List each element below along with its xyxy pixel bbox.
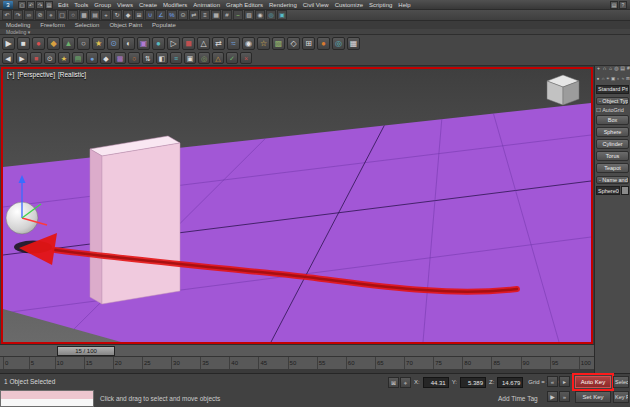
menu-item[interactable]: Edit bbox=[58, 2, 68, 8]
custom-toolbar-icon[interactable]: ⊙ bbox=[107, 37, 120, 50]
custom-toolbar-icon[interactable]: △ bbox=[197, 37, 210, 50]
custom-toolbar-icon[interactable]: ■ bbox=[30, 52, 42, 64]
menu-item[interactable]: Animation bbox=[193, 2, 220, 8]
timeline-tick[interactable]: 5 bbox=[29, 357, 34, 369]
timeline-tick[interactable]: 15 bbox=[84, 357, 93, 369]
main-toolbar-icon[interactable]: ○ bbox=[68, 10, 78, 20]
status-toggle-icon[interactable]: ⌖ bbox=[400, 377, 411, 388]
selected-dropdown[interactable]: Selected bbox=[613, 376, 629, 388]
custom-toolbar-icon[interactable]: ◧ bbox=[156, 52, 168, 64]
auto-key-button[interactable]: Auto Key bbox=[575, 376, 611, 388]
main-toolbar-icon[interactable]: ▧ bbox=[244, 10, 254, 20]
custom-toolbar-icon[interactable]: ≡ bbox=[170, 52, 182, 64]
custom-toolbar-icon[interactable]: ◀ bbox=[2, 52, 14, 64]
menu-item[interactable]: Modifiers bbox=[163, 2, 187, 8]
viewport-label-menu[interactable]: [Realistic] bbox=[58, 71, 86, 78]
listener-pane[interactable] bbox=[1, 399, 93, 406]
primitive-button[interactable]: Teapot bbox=[596, 163, 629, 173]
custom-toolbar-icon[interactable]: ◎ bbox=[332, 37, 345, 50]
menubar-right-icon[interactable]: ? bbox=[619, 1, 627, 9]
custom-toolbar-icon[interactable]: ◉ bbox=[242, 37, 255, 50]
timeline-tick[interactable]: 45 bbox=[258, 357, 267, 369]
viewport-canvas[interactable] bbox=[3, 69, 591, 342]
set-key-button[interactable]: Set Key bbox=[575, 391, 611, 403]
custom-toolbar-icon[interactable]: ▩ bbox=[114, 52, 126, 64]
main-toolbar-icon[interactable]: ▩ bbox=[79, 10, 89, 20]
custom-toolbar-icon[interactable]: ◎ bbox=[198, 52, 210, 64]
main-toolbar-icon[interactable]: % bbox=[167, 10, 177, 20]
object-type-rollout[interactable]: - Object Type bbox=[596, 97, 629, 105]
primitive-button[interactable]: Sphere bbox=[596, 127, 629, 137]
main-toolbar-icon[interactable]: ⌖ bbox=[46, 10, 56, 20]
viewport-label-menu[interactable]: [+] bbox=[7, 71, 14, 78]
primitive-category-dropdown[interactable]: Standard Primitives ▼ bbox=[596, 85, 629, 94]
menu-item[interactable]: Group bbox=[94, 2, 111, 8]
custom-toolbar-icon[interactable]: ▦ bbox=[347, 37, 360, 50]
timeline-tick[interactable]: 10 bbox=[55, 357, 64, 369]
main-toolbar-icon[interactable]: ≡ bbox=[200, 10, 210, 20]
key-control-icon[interactable]: « bbox=[547, 376, 558, 387]
custom-toolbar-icon[interactable]: ▷ bbox=[167, 37, 180, 50]
custom-toolbar-icon[interactable]: ☆ bbox=[257, 37, 270, 50]
viewcube[interactable] bbox=[547, 75, 579, 105]
quick-access-icon[interactable]: ↶ bbox=[27, 1, 35, 9]
custom-toolbar-icon[interactable]: ★ bbox=[92, 37, 105, 50]
custom-toolbar-icon[interactable]: ▶ bbox=[2, 37, 15, 50]
main-toolbar-icon[interactable]: ▦ bbox=[211, 10, 221, 20]
timeline-tick[interactable]: 70 bbox=[404, 357, 413, 369]
menubar-right-icon[interactable]: ▤ bbox=[610, 1, 618, 9]
create-subcategory-icon[interactable]: ∩ bbox=[601, 75, 605, 82]
main-toolbar-icon[interactable]: ◆ bbox=[123, 10, 133, 20]
main-toolbar-icon[interactable]: ↻ bbox=[112, 10, 122, 20]
create-subcategory-icon[interactable]: ⊞ bbox=[626, 75, 630, 82]
custom-toolbar-icon[interactable]: ◼ bbox=[182, 37, 195, 50]
object-name-field[interactable]: Sphere001 bbox=[596, 186, 620, 195]
create-subcategory-icon[interactable]: ☀ bbox=[606, 75, 610, 82]
timeline-tick[interactable]: 20 bbox=[113, 357, 122, 369]
quick-access-icon[interactable]: ↷ bbox=[36, 1, 44, 9]
primitive-button[interactable]: Cylinder bbox=[596, 139, 629, 149]
custom-toolbar-icon[interactable]: ○ bbox=[128, 52, 140, 64]
timeline-ruler[interactable]: 0510152025303540455055606570758085909510… bbox=[0, 356, 594, 369]
timeline-tick[interactable]: 35 bbox=[200, 357, 209, 369]
custom-toolbar-icon[interactable]: ▤ bbox=[72, 52, 84, 64]
maxscript-mini-listener[interactable] bbox=[0, 390, 94, 407]
autogrid-checkbox[interactable]: ☐ AutoGrid bbox=[596, 107, 629, 113]
main-toolbar-icon[interactable]: ⊘ bbox=[35, 10, 45, 20]
custom-toolbar-icon[interactable]: ▩ bbox=[272, 37, 285, 50]
custom-toolbar-icon[interactable]: ◐ bbox=[122, 37, 135, 50]
playback-icon[interactable]: ▶ bbox=[547, 391, 558, 402]
primitive-button[interactable]: Torus bbox=[596, 151, 629, 161]
add-time-tag[interactable]: Add Time Tag bbox=[498, 395, 538, 402]
key-control-icon[interactable]: ▸ bbox=[559, 376, 570, 387]
custom-toolbar-icon[interactable]: ★ bbox=[58, 52, 70, 64]
object-color-swatch[interactable] bbox=[621, 186, 629, 195]
status-toggle-icon[interactable]: ⊠ bbox=[388, 377, 399, 388]
timeline-tick[interactable]: 0 bbox=[3, 357, 8, 369]
main-toolbar-icon[interactable]: ◎ bbox=[266, 10, 276, 20]
ribbon-tab[interactable]: Object Paint bbox=[109, 22, 142, 28]
timeline-tick[interactable]: 40 bbox=[229, 357, 238, 369]
timeline-tick[interactable]: 65 bbox=[375, 357, 384, 369]
ribbon-tab[interactable]: Freeform bbox=[40, 22, 64, 28]
ribbon-tab[interactable]: Selection bbox=[75, 22, 100, 28]
timeline-tick[interactable]: 75 bbox=[433, 357, 442, 369]
custom-toolbar-icon[interactable]: ■ bbox=[17, 37, 30, 50]
custom-toolbar-icon[interactable]: ◆ bbox=[100, 52, 112, 64]
main-toolbar-icon[interactable]: + bbox=[101, 10, 111, 20]
x-coordinate-field[interactable]: 44.31 bbox=[423, 377, 449, 388]
custom-toolbar-icon[interactable]: × bbox=[240, 52, 252, 64]
custom-toolbar-icon[interactable]: ● bbox=[32, 37, 45, 50]
y-coordinate-field[interactable]: 5.389 bbox=[460, 377, 486, 388]
ribbon-tab[interactable]: Populate bbox=[152, 22, 176, 28]
custom-toolbar-icon[interactable]: ▣ bbox=[137, 37, 150, 50]
wall-front-face[interactable] bbox=[102, 143, 180, 304]
custom-toolbar-icon[interactable]: ● bbox=[86, 52, 98, 64]
main-toolbar-icon[interactable]: ◉ bbox=[255, 10, 265, 20]
main-toolbar-icon[interactable]: ∞ bbox=[24, 10, 34, 20]
wall-object[interactable] bbox=[90, 136, 180, 304]
create-subcategory-icon[interactable]: ⌖ bbox=[616, 75, 620, 82]
menu-item[interactable]: Rendering bbox=[269, 2, 297, 8]
time-slider-handle[interactable]: 15 / 100 bbox=[57, 346, 115, 356]
macro-recorder-pane[interactable] bbox=[1, 391, 93, 399]
